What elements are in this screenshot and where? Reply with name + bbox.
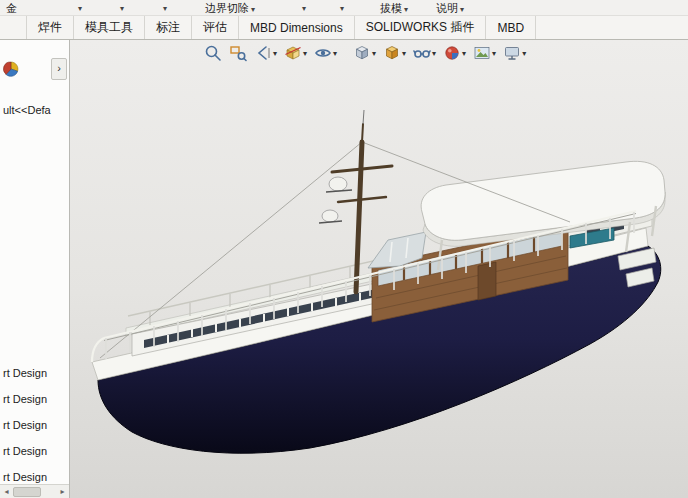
graphics-viewport[interactable]: ▾ ▾ ▾ (70, 40, 688, 498)
note-button[interactable]: 说明▾ (436, 1, 464, 16)
antenna (363, 110, 364, 124)
display-style-icon (383, 44, 401, 62)
panel-expand-button[interactable]: › (51, 58, 67, 80)
command-manager-overflow-row: 金 ▾ ▾ ▾ 边界切除▾ ▾ ▾ 拔模▾ 说明▾ (0, 0, 688, 16)
dropdown-caret-icon: ▾ (402, 49, 406, 58)
tab-annotations[interactable]: 标注 (145, 16, 192, 39)
zoom-to-fit-icon (204, 44, 222, 62)
command-manager-tabs: 焊件 模具工具 标注 评估 MBD Dimensions SOLIDWORKS … (0, 16, 688, 40)
scrollbar-thumb[interactable] (13, 487, 41, 497)
tree-item[interactable]: rt Design (3, 386, 67, 412)
scene-icon (473, 44, 491, 62)
feature-tree: rt Design rt Design rt Design rt Design … (3, 360, 67, 490)
tab-weldments[interactable]: 焊件 (26, 16, 74, 39)
tab-evaluate[interactable]: 评估 (192, 16, 239, 39)
sidebar-horizontal-scrollbar[interactable]: ◂ ▸ (0, 484, 69, 498)
dropdown-caret-icon: ▾ (273, 49, 277, 58)
dropdown-caret-icon[interactable]: ▾ (302, 4, 306, 13)
tree-item[interactable]: rt Design (3, 360, 67, 386)
note-label: 说明 (436, 2, 458, 14)
view-orientation-button[interactable]: ▾ (351, 43, 378, 63)
appearance-ball-icon (443, 44, 461, 62)
tab-label: 评估 (203, 19, 227, 36)
dropdown-caret-icon: ▾ (303, 49, 307, 58)
tree-item[interactable]: rt Design (3, 412, 67, 438)
boat-model[interactable] (70, 40, 688, 498)
ribbon-button-fragment[interactable]: 金 (6, 1, 17, 16)
draft-button[interactable]: 拔模▾ (380, 1, 408, 16)
tab-label: MBD (497, 21, 524, 35)
section-view-button[interactable]: ▾ (282, 43, 309, 63)
scroll-right-arrow-icon[interactable]: ▸ (56, 486, 69, 498)
apply-scene-button[interactable]: ▾ (471, 43, 498, 63)
dropdown-caret-icon: ▾ (432, 49, 436, 58)
monitor-icon (503, 44, 521, 62)
edit-appearance-button[interactable]: ▾ (441, 43, 468, 63)
dropdown-caret-icon: ▾ (492, 49, 496, 58)
tab-label: 焊件 (38, 19, 62, 36)
zoom-to-fit-button[interactable] (202, 43, 224, 63)
tab-mbd[interactable]: MBD (486, 16, 536, 39)
radar-dome (329, 177, 347, 191)
dynamic-annotation-views-button[interactable]: ▾ (312, 43, 339, 63)
display-style-button[interactable]: ▾ (381, 43, 408, 63)
section-view-icon (284, 44, 302, 62)
dropdown-caret-icon[interactable]: ▾ (340, 4, 344, 13)
dropdown-caret-icon: ▾ (462, 49, 466, 58)
tab-solidworks-addins[interactable]: SOLIDWORKS 插件 (355, 16, 487, 39)
zoom-to-area-icon (229, 44, 247, 62)
dropdown-caret-icon: ▾ (460, 5, 464, 14)
dropdown-caret-icon: ▾ (522, 49, 526, 58)
boundary-cut-button[interactable]: 边界切除▾ (205, 1, 255, 16)
pilothouse-door (478, 262, 496, 300)
annotation-views-icon (314, 44, 332, 62)
solidworks-window: 金 ▾ ▾ ▾ 边界切除▾ ▾ ▾ 拔模▾ 说明▾ 焊件 模具工具 标注 评估 … (0, 0, 688, 498)
dropdown-caret-icon: ▾ (372, 49, 376, 58)
boundary-cut-label: 边界切除 (205, 2, 249, 14)
hide-show-items-button[interactable]: ▾ (411, 43, 438, 63)
feature-manager-panel: › ult<<Defa rt Design rt Design rt Desig… (0, 40, 70, 498)
configuration-label[interactable]: ult<<Defa (3, 104, 67, 116)
scroll-left-arrow-icon[interactable]: ◂ (0, 486, 13, 498)
dropdown-caret-icon: ▾ (333, 49, 337, 58)
tree-item[interactable]: rt Design (3, 438, 67, 464)
tab-label: SOLIDWORKS 插件 (366, 19, 475, 36)
zoom-to-area-button[interactable] (227, 43, 249, 63)
display-manager-tab[interactable] (2, 60, 20, 78)
panel-tab-strip: › (2, 56, 67, 82)
dropdown-caret-icon[interactable]: ▾ (163, 4, 167, 13)
dropdown-caret-icon: ▾ (251, 5, 255, 14)
draft-label: 拔模 (380, 2, 402, 14)
dropdown-caret-icon[interactable]: ▾ (120, 4, 124, 13)
tab-label: 模具工具 (85, 19, 133, 36)
tab-label: MBD Dimensions (250, 21, 343, 35)
tab-mold-tools[interactable]: 模具工具 (74, 16, 145, 39)
glasses-icon (413, 44, 431, 62)
previous-view-button[interactable]: ▾ (252, 43, 279, 63)
pie-chart-icon (3, 61, 19, 77)
view-settings-button[interactable]: ▾ (501, 43, 528, 63)
dropdown-caret-icon: ▾ (404, 5, 408, 14)
heads-up-toolbar: ▾ ▾ ▾ (202, 43, 528, 63)
tab-mbd-dimensions[interactable]: MBD Dimensions (239, 16, 355, 39)
radar-dome (322, 210, 338, 222)
view-orientation-cube-icon (353, 44, 371, 62)
dropdown-caret-icon[interactable]: ▾ (78, 4, 82, 13)
previous-view-icon (254, 44, 272, 62)
tab-label: 标注 (156, 19, 180, 36)
